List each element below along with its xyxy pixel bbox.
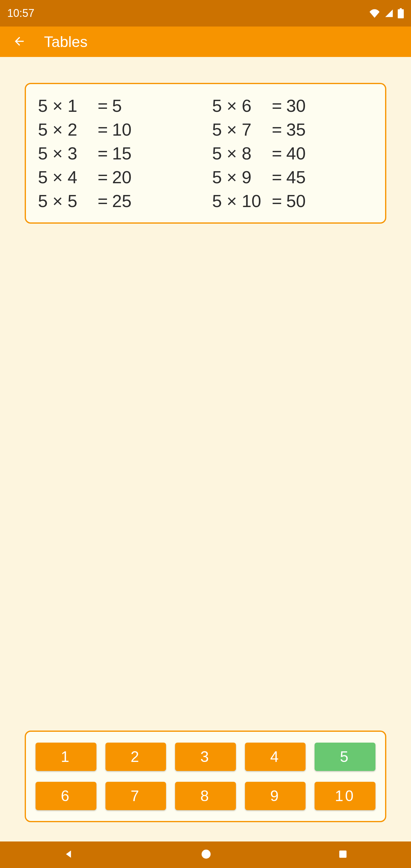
table-equals: = — [98, 167, 112, 187]
wifi-icon — [369, 9, 380, 18]
table-equals: = — [272, 119, 286, 140]
table-select-button-5[interactable]: 5 — [315, 743, 375, 771]
table-select-button-7[interactable]: 7 — [105, 782, 166, 810]
content-area: 5 × 1=55 × 2=105 × 3=155 × 4=205 × 5=25 … — [0, 57, 411, 841]
svg-point-0 — [201, 849, 211, 859]
table-expression: 5 × 6 — [212, 96, 272, 116]
arrow-left-icon — [13, 35, 26, 48]
table-row: 5 × 5=25 — [38, 191, 199, 211]
table-row: 5 × 10=50 — [212, 191, 373, 211]
table-result: 35 — [286, 119, 306, 140]
table-left-column: 5 × 1=55 × 2=105 × 3=155 × 4=205 × 5=25 — [38, 96, 199, 211]
app-bar: Tables — [0, 27, 411, 57]
table-select-button-6[interactable]: 6 — [36, 782, 96, 810]
table-result: 45 — [286, 167, 306, 187]
nav-back-button[interactable] — [63, 849, 74, 861]
circle-icon — [201, 849, 212, 860]
back-button[interactable] — [13, 35, 26, 49]
table-right-column: 5 × 6=305 × 7=355 × 8=405 × 9=455 × 10=5… — [212, 96, 373, 211]
table-expression: 5 × 4 — [38, 167, 98, 187]
table-result: 15 — [112, 143, 132, 163]
table-row: 5 × 7=35 — [212, 119, 373, 140]
svg-rect-1 — [339, 850, 347, 858]
table-row: 5 × 2=10 — [38, 119, 199, 140]
table-equals: = — [272, 143, 286, 163]
table-equals: = — [98, 96, 112, 116]
table-select-button-8[interactable]: 8 — [175, 782, 236, 810]
table-row: 5 × 3=15 — [38, 143, 199, 163]
square-icon — [338, 849, 348, 859]
page-title: Tables — [44, 33, 88, 51]
table-select-button-4[interactable]: 4 — [245, 743, 306, 771]
table-expression: 5 × 10 — [212, 191, 272, 211]
triangle-left-icon — [63, 849, 74, 860]
nav-home-button[interactable] — [201, 849, 212, 861]
status-time: 10:57 — [7, 7, 34, 20]
table-select-button-9[interactable]: 9 — [245, 782, 306, 810]
status-bar: 10:57 — [0, 0, 411, 27]
number-selector: 12345678910 — [25, 731, 386, 822]
multiplication-table-card: 5 × 1=55 × 2=105 × 3=155 × 4=205 × 5=25 … — [25, 83, 386, 224]
table-row: 5 × 8=40 — [212, 143, 373, 163]
table-row: 5 × 1=5 — [38, 96, 199, 116]
table-expression: 5 × 2 — [38, 119, 98, 140]
battery-icon — [398, 8, 404, 19]
table-result: 50 — [286, 191, 306, 211]
table-select-button-1[interactable]: 1 — [36, 743, 96, 771]
signal-icon — [384, 9, 394, 18]
system-nav-bar — [0, 841, 411, 868]
table-select-button-10[interactable]: 10 — [315, 782, 375, 810]
table-equals: = — [272, 96, 286, 116]
nav-recent-button[interactable] — [338, 849, 348, 860]
table-result: 10 — [112, 119, 132, 140]
table-row: 5 × 9=45 — [212, 167, 373, 187]
table-select-button-2[interactable]: 2 — [105, 743, 166, 771]
table-expression: 5 × 3 — [38, 143, 98, 163]
table-result: 40 — [286, 143, 306, 163]
table-equals: = — [98, 143, 112, 163]
table-result: 25 — [112, 191, 132, 211]
table-expression: 5 × 1 — [38, 96, 98, 116]
table-select-button-3[interactable]: 3 — [175, 743, 236, 771]
status-icons — [369, 8, 404, 19]
table-row: 5 × 6=30 — [212, 96, 373, 116]
table-result: 5 — [112, 96, 122, 116]
table-expression: 5 × 5 — [38, 191, 98, 211]
table-equals: = — [272, 167, 286, 187]
table-row: 5 × 4=20 — [38, 167, 199, 187]
table-equals: = — [98, 191, 112, 211]
table-equals: = — [98, 119, 112, 140]
table-result: 30 — [286, 96, 306, 116]
table-expression: 5 × 9 — [212, 167, 272, 187]
table-result: 20 — [112, 167, 132, 187]
table-equals: = — [272, 191, 286, 211]
table-expression: 5 × 8 — [212, 143, 272, 163]
table-expression: 5 × 7 — [212, 119, 272, 140]
